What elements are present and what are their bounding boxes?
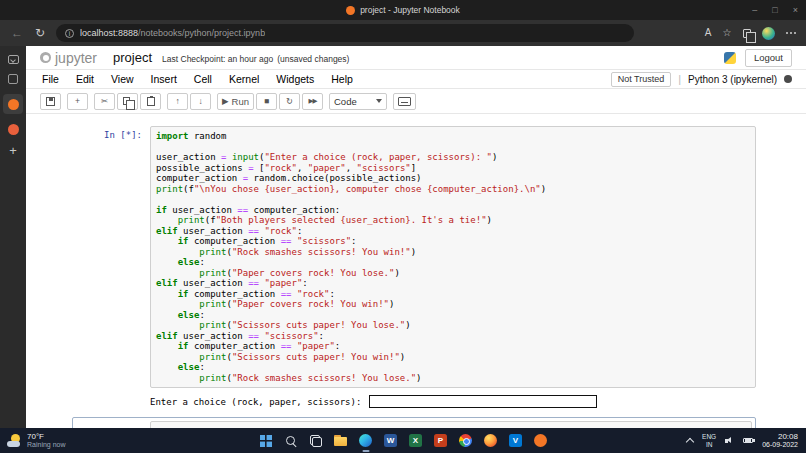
notebook-title[interactable]: project [113,50,152,65]
add-cell-button[interactable]: + [67,93,88,110]
refresh-icon[interactable]: ↻ [33,26,47,40]
save-icon [46,97,55,106]
kernel-separator: | [678,73,681,85]
empty-code-area[interactable] [150,421,752,428]
command-palette-button[interactable] [393,93,416,110]
cut-cell-button[interactable]: ✂ [94,93,115,110]
profile-avatar[interactable] [762,27,775,40]
taskbar-excel[interactable]: X [407,428,424,453]
active-tab[interactable] [3,94,23,114]
taskbar-edge-browser[interactable] [357,428,374,453]
menu-cell[interactable]: Cell [194,73,221,85]
empty-cell[interactable] [72,417,756,428]
back-icon[interactable]: ← [10,26,24,40]
weather-icon [7,434,22,448]
taskbar-chrome-browser[interactable] [457,428,474,453]
tab-favicon-generic[interactable] [8,74,18,84]
unsaved-text: (unsaved changes) [277,54,349,64]
menu-edit[interactable]: Edit [76,73,103,85]
weather-widget[interactable]: 70°F Raining now [7,428,66,453]
taskbar-vscode[interactable]: V [507,428,524,453]
site-info-icon[interactable] [65,29,74,38]
code-cell[interactable]: In [*]: import random user_action = inpu… [72,126,756,408]
taskbar-center: WXPV [257,428,549,453]
stdin-input[interactable] [369,395,597,408]
paste-icon [147,97,155,106]
menu-help[interactable]: Help [331,73,362,85]
maximize-icon[interactable]: □ [772,5,777,15]
kernel-busy-indicator-icon [784,75,792,83]
start-button-icon [260,435,272,447]
taskbar-word[interactable]: W [382,428,399,453]
search-button-icon [285,435,297,447]
save-button[interactable] [40,93,61,110]
chrome-browser-icon [459,434,472,447]
powerpoint-icon: P [434,434,447,447]
chevron-up-icon[interactable] [686,437,694,445]
address-bar[interactable]: localhost:8888/notebooks/python/project.… [56,24,634,42]
kernel-name[interactable]: Python 3 (ipykernel) [688,74,777,85]
taskbar-powerpoint[interactable]: P [432,428,449,453]
taskbar-file-explorer[interactable] [332,428,349,453]
notebook-area[interactable]: In [*]: import random user_action = inpu… [26,114,806,428]
jupyter-logo[interactable]: jupyter [40,50,97,66]
move-cell-up-button[interactable]: ↑ [167,93,188,110]
fast-forward-icon: ▶▶ [308,97,316,105]
tab-actions-icon[interactable] [8,55,19,64]
new-tab-icon[interactable]: + [9,145,17,157]
menu-widgets[interactable]: Widgets [276,73,323,85]
arrow-up-icon: ↑ [175,97,179,106]
stop-button[interactable]: ■ [256,93,277,110]
minimize-icon[interactable]: – [752,5,757,15]
jupyter-logo-icon [40,52,51,63]
clock[interactable]: 20:08 06-09-2022 [762,432,798,450]
cell-type-value: Code [334,96,357,107]
language-switcher[interactable]: ENG IN [702,433,716,448]
taskbar-start-button[interactable] [257,428,274,453]
taskbar-task-view-button[interactable] [307,428,324,453]
battery-icon[interactable] [743,438,753,444]
window-titlebar: project - Jupyter Notebook – □ × [0,0,806,20]
taskbar-jupyter-notebook-app[interactable] [532,428,549,453]
menu-view[interactable]: View [111,73,143,85]
copy-icon [123,97,130,105]
close-icon[interactable]: × [793,5,798,15]
arrow-down-icon: ↓ [198,97,202,106]
window-controls: – □ × [752,0,798,20]
move-cell-down-button[interactable]: ↓ [190,93,211,110]
menu-file[interactable]: File [42,73,68,85]
copy-cell-button[interactable] [117,93,138,110]
taskbar-firefox-browser[interactable] [482,428,499,453]
menubar: FileEditViewInsertCellKernelWidgetsHelp … [26,69,806,89]
task-view-button-icon [310,435,322,447]
vscode-icon: V [509,434,522,447]
cell-type-dropdown[interactable]: Code [329,93,387,110]
window-title-wrap: project - Jupyter Notebook [346,5,460,15]
browser-right-icons: A ☆ [705,27,796,40]
read-aloud-icon[interactable]: A [705,28,712,38]
language-top: ENG [702,433,716,441]
not-trusted-button[interactable]: Not Trusted [611,72,672,87]
volume-icon[interactable] [725,436,734,445]
collections-icon[interactable] [743,29,751,38]
menu-kernel[interactable]: Kernel [229,73,268,85]
cell-output: Enter a choice (rock, paper, scissors): [72,395,756,408]
restart-run-all-button[interactable]: ▶▶ [302,93,323,110]
code-area[interactable]: import random user_action = input("Enter… [150,126,756,388]
taskbar-search-button[interactable] [282,428,299,453]
run-button[interactable]: ▶Run [217,93,254,110]
browser-menu-icon[interactable] [790,32,793,35]
logout-button[interactable]: Logout [745,49,792,67]
clock-date: 06-09-2022 [762,441,798,449]
url-text: localhost:8888/notebooks/python/project.… [80,28,265,38]
jupyter-notebook-app-icon [534,434,547,447]
vertical-tab-strip: + [0,46,26,428]
paste-cell-button[interactable] [140,93,161,110]
notebook-toolbar: + ✂ ↑ ↓ ▶Run ■ ↻ ▶▶ Code [26,89,806,114]
menu-insert[interactable]: Insert [151,73,186,85]
jupyter-page: jupyter project Last Checkpoint: an hour… [26,46,806,428]
stdout-text: Enter a choice (rock, paper, scissors): [150,397,367,407]
favorites-star-icon[interactable]: ☆ [723,28,732,38]
restart-kernel-button[interactable]: ↻ [279,93,300,110]
second-tab-favicon-icon[interactable] [8,124,19,135]
